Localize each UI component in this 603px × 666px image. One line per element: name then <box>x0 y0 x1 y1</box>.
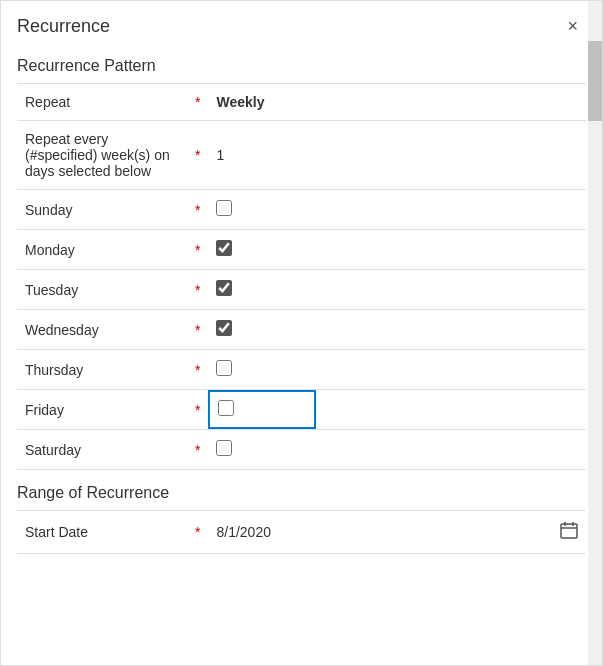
monday-checkbox[interactable] <box>216 240 232 256</box>
sunday-checkbox-cell <box>208 190 586 230</box>
friday-checkbox[interactable] <box>218 400 234 416</box>
wednesday-checkbox[interactable] <box>216 320 232 336</box>
table-row: Monday * <box>17 230 586 270</box>
repeat-value: Weekly <box>208 84 586 121</box>
range-of-recurrence-table: Start Date * 8/1/2020 <box>17 510 586 554</box>
sunday-required: * <box>187 190 208 230</box>
wednesday-label: Wednesday <box>17 310 187 350</box>
friday-highlight-container <box>208 390 316 429</box>
friday-required: * <box>187 390 208 430</box>
friday-label: Friday <box>17 390 187 430</box>
date-value-container: 8/1/2020 <box>216 521 578 543</box>
table-row: Repeat * Weekly <box>17 84 586 121</box>
thursday-checkbox[interactable] <box>216 360 232 376</box>
table-row: Saturday * <box>17 430 586 470</box>
tuesday-required: * <box>187 270 208 310</box>
calendar-button[interactable] <box>560 521 578 543</box>
repeat-every-required: * <box>187 121 208 190</box>
tuesday-checkbox[interactable] <box>216 280 232 296</box>
table-row: Thursday * <box>17 350 586 390</box>
sunday-label: Sunday <box>17 190 187 230</box>
saturday-checkbox-cell <box>208 430 586 470</box>
thursday-required: * <box>187 350 208 390</box>
table-row: Sunday * <box>17 190 586 230</box>
friday-checkbox-cell <box>208 390 586 430</box>
repeat-value-text: Weekly <box>216 94 264 110</box>
start-date-value: 8/1/2020 <box>216 524 271 540</box>
table-row: Start Date * 8/1/2020 <box>17 511 586 554</box>
wednesday-required: * <box>187 310 208 350</box>
saturday-required: * <box>187 430 208 470</box>
monday-label: Monday <box>17 230 187 270</box>
recurrence-pattern-title: Recurrence Pattern <box>17 47 586 83</box>
start-date-value-cell: 8/1/2020 <box>208 511 586 554</box>
calendar-icon <box>560 525 578 542</box>
dialog-header: Recurrence × <box>1 1 602 47</box>
monday-checkbox-cell <box>208 230 586 270</box>
tuesday-label: Tuesday <box>17 270 187 310</box>
monday-required: * <box>187 230 208 270</box>
table-row: Repeat every (#specified) week(s) on day… <box>17 121 586 190</box>
thursday-checkbox-cell <box>208 350 586 390</box>
repeat-every-number: 1 <box>216 147 224 163</box>
wednesday-checkbox-cell <box>208 310 586 350</box>
range-of-recurrence-title: Range of Recurrence <box>17 470 586 510</box>
thursday-label: Thursday <box>17 350 187 390</box>
saturday-label: Saturday <box>17 430 187 470</box>
scrollbar-track[interactable] <box>588 1 602 665</box>
dialog-title: Recurrence <box>17 16 110 37</box>
recurrence-dialog: Recurrence × Recurrence Pattern Repeat *… <box>0 0 603 666</box>
repeat-every-value: 1 <box>208 121 586 190</box>
tuesday-checkbox-cell <box>208 270 586 310</box>
table-row: Tuesday * <box>17 270 586 310</box>
recurrence-pattern-table: Repeat * Weekly Repeat every (#specified… <box>17 83 586 470</box>
repeat-required: * <box>187 84 208 121</box>
start-date-label: Start Date <box>17 511 187 554</box>
saturday-checkbox[interactable] <box>216 440 232 456</box>
table-row: Wednesday * <box>17 310 586 350</box>
dialog-body: Recurrence Pattern Repeat * Weekly Repea… <box>1 47 602 665</box>
start-date-required: * <box>187 511 208 554</box>
repeat-label: Repeat <box>17 84 187 121</box>
close-button[interactable]: × <box>559 13 586 39</box>
scrollbar-thumb[interactable] <box>588 41 602 121</box>
repeat-every-label: Repeat every (#specified) week(s) on day… <box>17 121 187 190</box>
svg-rect-0 <box>561 524 577 538</box>
sunday-checkbox[interactable] <box>216 200 232 216</box>
friday-row: Friday * <box>17 390 586 430</box>
